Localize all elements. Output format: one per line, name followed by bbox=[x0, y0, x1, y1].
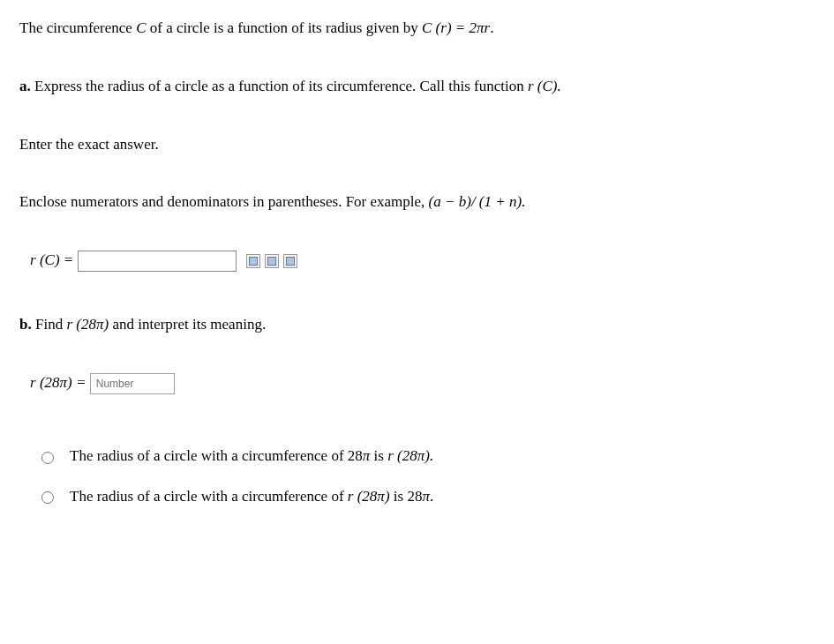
intro-end: . bbox=[490, 19, 493, 36]
part-b-lhs-close: ) = bbox=[67, 374, 90, 391]
part-b-pre: Find bbox=[32, 316, 67, 333]
pi-icon: π bbox=[417, 447, 425, 464]
enclose-example: (a − b)/ (1 + n). bbox=[429, 193, 526, 210]
part-b-post: and interpret its meaning. bbox=[109, 316, 266, 333]
editor-tool-icon[interactable] bbox=[246, 254, 260, 268]
choice-1-radio[interactable] bbox=[41, 452, 54, 464]
part-a-fnarg: (C). bbox=[534, 78, 561, 94]
part-a-text: Express the radius of a circle as a func… bbox=[31, 78, 528, 94]
choice-1-row: The radius of a circle with a circumfere… bbox=[19, 446, 815, 467]
enclose-pre: Enclose numerators and denominators in p… bbox=[19, 193, 429, 210]
intro-C: C bbox=[136, 19, 146, 36]
editor-tool-icon[interactable] bbox=[283, 254, 297, 268]
choice-2-text: The radius of a circle with a circumfere… bbox=[70, 486, 433, 507]
pi-icon: π bbox=[377, 488, 385, 505]
part-b-answer-row: r (28π) = bbox=[19, 372, 815, 394]
editor-tool-icon[interactable] bbox=[265, 254, 279, 268]
part-a-answer-row: r (C) = bbox=[19, 250, 815, 272]
choice-1-text: The radius of a circle with a circumfere… bbox=[70, 446, 433, 467]
intro-pre: The circumference bbox=[19, 19, 136, 36]
rC-eq: (C) = bbox=[36, 251, 78, 268]
choice-2-radio[interactable] bbox=[41, 491, 54, 504]
part-a-input[interactable] bbox=[78, 251, 237, 272]
intro-mid: of a circle is a function of its radius … bbox=[146, 19, 422, 36]
choice-2-row: The radius of a circle with a circumfere… bbox=[19, 486, 815, 507]
enclose-instruction: Enclose numerators and denominators in p… bbox=[19, 191, 815, 213]
intro-func-C: C bbox=[422, 19, 432, 36]
rC-r: r bbox=[30, 251, 36, 268]
part-a-label: a. bbox=[19, 78, 31, 94]
part-b-arg: (28 bbox=[72, 316, 96, 333]
pi-icon: π bbox=[60, 374, 68, 391]
intro-text: The circumference C of a circle is a fun… bbox=[19, 18, 815, 39]
pi-icon: π bbox=[477, 19, 485, 36]
part-b-lhs-r: r bbox=[30, 374, 36, 391]
part-a-fn: r bbox=[528, 78, 534, 94]
part-a-prompt: a. Express the radius of a circle as a f… bbox=[19, 76, 815, 97]
pi-icon: π bbox=[422, 488, 430, 505]
part-b-label: b. bbox=[19, 316, 32, 333]
part-b-input[interactable] bbox=[90, 373, 175, 394]
part-b-lhs-arg: (28 bbox=[36, 374, 60, 391]
part-b-prompt: b. Find r (28π) and interpret its meanin… bbox=[19, 314, 815, 335]
intro-of-r: (r) = 2 bbox=[432, 19, 477, 36]
enter-exact: Enter the exact answer. bbox=[19, 134, 815, 155]
